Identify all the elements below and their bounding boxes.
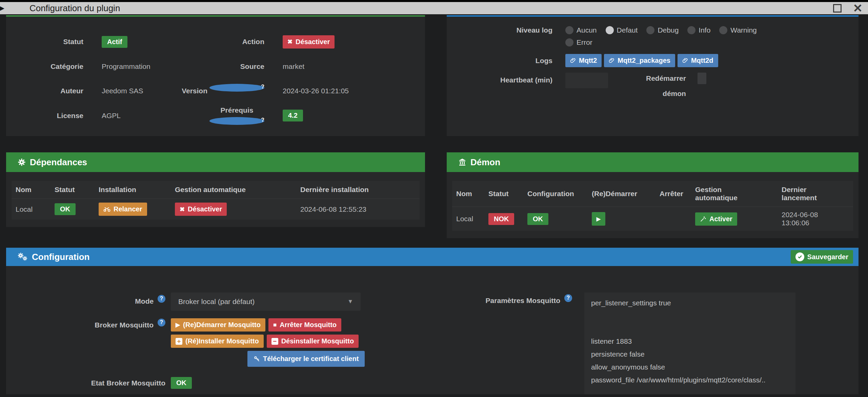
demon-table: Nom Statut Configuration (Re)Démarrer Ar… [452, 181, 853, 231]
close-icon[interactable]: ✕ [853, 2, 863, 14]
col-header: Statut [484, 190, 523, 198]
heartbeat-label: Heartbeat (min) [447, 73, 562, 84]
statut-label: Statut [6, 32, 83, 52]
source-label: Source [209, 57, 264, 76]
motorcycle-icon [103, 206, 110, 212]
heartbeat-input[interactable] [565, 73, 608, 88]
mode-select[interactable]: Broker local (par défaut) ▼ [171, 292, 361, 311]
cogs-icon [18, 252, 28, 261]
bank-icon [458, 158, 466, 166]
question-circle-icon[interactable]: ? [158, 319, 165, 326]
col-header: Nom [12, 186, 51, 194]
paperclip-icon [609, 58, 614, 63]
demarrer-demon-button[interactable]: ▶ [592, 212, 605, 226]
question-circle-icon[interactable]: ? [209, 117, 264, 125]
question-circle-icon[interactable]: ? [564, 294, 572, 302]
redemarrer-label: Redémarrer [646, 74, 686, 82]
demon-panel: Démon Nom Statut Configuration (Re)Démar… [447, 152, 859, 238]
parametres-mosquitto-label: Paramètres Mosquitto [486, 297, 561, 304]
chevron-right-icon: ▶ [0, 4, 4, 13]
license-label: License [6, 106, 83, 126]
demon-nom: Local [452, 215, 484, 223]
log-file-mqtt2-button[interactable]: Mqtt2 [565, 54, 602, 67]
paperclip-icon [570, 58, 576, 63]
question-circle-icon[interactable]: ? [209, 84, 264, 92]
col-header: Arrêter [655, 190, 691, 198]
activer-gestion-button[interactable]: Activer [695, 212, 737, 226]
window-titlebar: ▶ Configuration du plugin ✕ [0, 0, 868, 14]
play-icon: ▶ [176, 321, 180, 328]
table-row: Local NOK OK ▶ [452, 207, 853, 231]
col-header: Configuration [523, 190, 588, 198]
radio-selected-icon [606, 26, 614, 34]
table-row: Local OK Relancer [12, 199, 420, 220]
niveau-log-info-radio[interactable]: Info [687, 26, 710, 34]
magic-wand-icon [700, 216, 706, 222]
col-header: Nom [452, 190, 484, 198]
dependances-title: Dépendances [30, 157, 87, 168]
radio-icon [565, 26, 573, 34]
etat-broker-badge: OK [171, 377, 192, 389]
plus-square-icon: + [176, 338, 182, 345]
maximize-icon[interactable] [833, 4, 842, 13]
demon-config-badge: OK [527, 213, 548, 225]
version-value: 2024-03-26 01:21:05 [264, 81, 425, 101]
desactiver-gestion-button[interactable]: ✖ Désactiver [175, 203, 227, 216]
niveau-log-label: Niveau log [447, 26, 562, 34]
plugin-info-panel: Statut Actif Action ✖ Désactiver Catégor… [6, 15, 425, 136]
niveau-log-aucun-radio[interactable]: Aucun [565, 26, 597, 34]
radio-icon [565, 38, 573, 46]
mode-selected-value: Broker local (par défaut) [178, 298, 255, 306]
dep-nom: Local [12, 205, 51, 213]
statut-badge: Actif [102, 36, 127, 48]
log-file-mqtt2d-button[interactable]: Mqtt2d [678, 54, 718, 67]
redemarrer-demon-checkbox[interactable] [698, 73, 706, 84]
niveau-log-defaut-radio[interactable]: Defaut [606, 26, 638, 34]
categorie-value: Programmation [83, 57, 209, 76]
desactiver-plugin-button[interactable]: ✖ Désactiver [283, 35, 335, 49]
log-settings-panel: Niveau log Aucun Defaut [447, 15, 859, 136]
broker-mosquitto-label: Broker Mosquitto [95, 321, 154, 329]
radio-label: Defaut [617, 26, 638, 34]
radio-icon [719, 26, 727, 34]
action-label: Action [209, 32, 264, 52]
parametres-mosquitto-textarea[interactable]: per_listener_settings true listener 1883… [584, 292, 795, 394]
configuration-title: Configuration [32, 252, 89, 262]
configuration-panel: Configuration Sauvegarder Mode ? Broker [6, 248, 859, 394]
source-value: market [264, 57, 425, 76]
dep-statut-badge: OK [55, 203, 76, 215]
relancer-button[interactable]: Relancer [99, 203, 147, 216]
niveau-log-warning-radio[interactable]: Warning [719, 26, 756, 34]
radio-label: Info [699, 26, 710, 34]
niveau-log-debug-radio[interactable]: Debug [646, 26, 679, 34]
dependances-table: Nom Statut Installation Gestion automati… [12, 181, 420, 220]
col-header: (Re)Démarrer [588, 190, 655, 198]
arreter-mosquitto-button[interactable]: ■ Arrêter Mosquitto [268, 318, 341, 332]
etat-broker-label: Etat Broker Mosquitto [6, 379, 165, 387]
col-header: Gestion automatique [171, 186, 296, 194]
sauvegarder-button[interactable]: Sauvegarder [791, 250, 853, 264]
stop-icon: ■ [273, 322, 277, 328]
col-header: Gestion automatique [691, 186, 745, 202]
radio-label: Warning [730, 26, 756, 34]
col-header: Statut [51, 186, 95, 194]
mode-label: Mode [135, 297, 154, 305]
window-title: Configuration du plugin [29, 3, 120, 14]
question-circle-icon[interactable]: ? [158, 295, 165, 303]
demon-title: Démon [470, 157, 500, 168]
radio-icon [646, 26, 654, 34]
col-header: Installation [95, 186, 171, 194]
radio-label: Aucun [577, 26, 597, 34]
cog-icon [18, 158, 26, 166]
telecharger-certificat-button[interactable]: Télécharger le certificat client [247, 351, 365, 367]
dependances-panel: Dépendances Nom Statut Installation Gest… [6, 152, 425, 227]
radio-label: Debug [658, 26, 679, 34]
prerequis-label: Prérequis [221, 106, 254, 114]
desinstaller-mosquitto-button[interactable]: − Désinstaller Mosquitto [267, 335, 359, 348]
demon-statut-badge: NOK [488, 213, 514, 225]
caret-down-icon: ▼ [347, 298, 353, 305]
niveau-log-error-radio[interactable]: Error [565, 38, 592, 46]
installer-mosquitto-button[interactable]: + (Ré)Installer Mosquitto [171, 335, 264, 348]
log-file-mqtt2-packages-button[interactable]: Mqtt2_packages [604, 54, 675, 67]
redemarrer-mosquitto-button[interactable]: ▶ (Re)Démarrer Mosquitto [171, 318, 265, 332]
